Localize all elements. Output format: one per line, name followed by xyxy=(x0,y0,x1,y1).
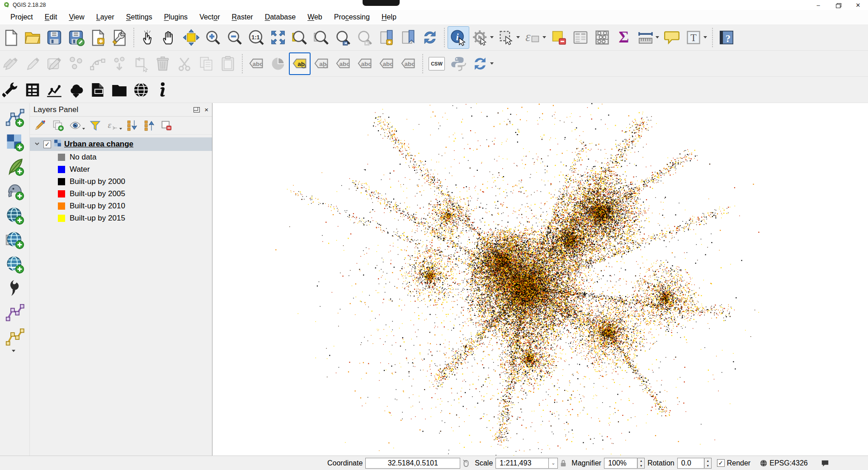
statistics-button[interactable]: Σ xyxy=(613,26,635,49)
add-vector-layer-button[interactable] xyxy=(2,106,28,130)
rotation-spin-arrows-icon[interactable]: ▲▼ xyxy=(704,458,712,469)
deselect-all-button[interactable] xyxy=(548,26,570,49)
save-project-button[interactable] xyxy=(43,26,65,49)
new-virtual-layer-button[interactable] xyxy=(2,301,28,325)
add-wcs-layer-button[interactable] xyxy=(2,228,28,252)
label-change-button[interactable]: abc xyxy=(397,52,419,75)
scale-combo[interactable]: 1:211,493 ⌄ xyxy=(495,458,558,469)
add-wfs-layer-button[interactable] xyxy=(2,252,28,277)
open-project-button[interactable] xyxy=(22,26,43,49)
new-shapefile-layer-dropdown-icon[interactable] xyxy=(12,350,15,352)
panel-float-icon[interactable] xyxy=(193,107,200,113)
layer-checkbox[interactable]: ✓ xyxy=(43,141,51,148)
composer-manager-button[interactable] xyxy=(108,26,130,49)
csw-metasearch-button[interactable]: CSW xyxy=(426,52,448,75)
remove-layer-button[interactable] xyxy=(158,118,175,133)
zoom-in-button[interactable] xyxy=(202,26,224,49)
refresh-map-button[interactable] xyxy=(419,26,441,49)
new-print-composer-button[interactable] xyxy=(87,26,108,49)
messages-icon[interactable] xyxy=(821,459,830,467)
layer-diagram-button[interactable] xyxy=(267,52,289,75)
plugin-folder-button[interactable] xyxy=(108,79,130,101)
render-checkbox[interactable]: ✓ xyxy=(717,459,725,467)
pan-to-selection-button[interactable] xyxy=(180,26,202,49)
close-button[interactable]: ✕ xyxy=(848,0,868,10)
show-bookmarks-button[interactable] xyxy=(397,26,419,49)
minimize-button[interactable]: – xyxy=(808,0,828,10)
mouse-tracking-icon[interactable] xyxy=(462,459,470,467)
plugin-profile-chart-button[interactable] xyxy=(43,79,65,101)
layer-name[interactable]: Urban area change xyxy=(64,140,133,149)
filter-legend-button[interactable] xyxy=(87,118,103,133)
plugin-globe-button[interactable] xyxy=(130,79,152,101)
select-by-expression-button[interactable]: ε xyxy=(522,26,543,49)
magnifier-value[interactable]: 100% xyxy=(604,458,637,469)
select-features-button[interactable] xyxy=(495,26,517,49)
new-shapefile-layer-button[interactable] xyxy=(2,325,28,350)
labeling-options-button[interactable]: ab xyxy=(289,52,311,75)
touch-zoom-button[interactable] xyxy=(137,26,159,49)
open-attribute-table-button[interactable] xyxy=(570,26,591,49)
identify-features-button[interactable]: i xyxy=(448,26,469,49)
expander-icon[interactable] xyxy=(34,140,42,149)
zoom-full-button[interactable] xyxy=(267,26,289,49)
plugin-info-button[interactable] xyxy=(152,79,174,101)
measure-line-button[interactable] xyxy=(635,26,656,49)
rotation-value[interactable]: 0.0 xyxy=(677,458,704,469)
pan-map-button[interactable] xyxy=(159,26,180,49)
label-show-hide-button[interactable]: abc xyxy=(332,52,354,75)
menu-project[interactable]: Project xyxy=(5,11,39,23)
plugin-wrench-button[interactable] xyxy=(0,79,22,101)
add-raster-layer-button[interactable] xyxy=(2,130,28,155)
menu-edit[interactable]: Edit xyxy=(39,11,63,23)
menu-raster[interactable]: Raster xyxy=(226,11,259,23)
add-wms-layer-button[interactable] xyxy=(2,203,28,228)
menu-vector[interactable]: Vector xyxy=(193,11,226,23)
add-spatialite-layer-button[interactable] xyxy=(2,155,28,179)
label-move-button[interactable]: abc xyxy=(376,52,397,75)
epsg-label[interactable]: EPSG:4326 xyxy=(769,459,808,467)
new-bookmark-button[interactable] xyxy=(376,26,397,49)
scale-caret-icon[interactable]: ⌄ xyxy=(549,458,558,469)
save-project-as-button[interactable] xyxy=(65,26,87,49)
zoom-to-selection-button[interactable] xyxy=(289,26,311,49)
menu-view[interactable]: View xyxy=(63,11,90,23)
menu-help[interactable]: Help xyxy=(376,11,402,23)
map-tips-button[interactable] xyxy=(661,26,683,49)
panel-close-icon[interactable]: × xyxy=(204,106,208,113)
zoom-out-button[interactable] xyxy=(224,26,245,49)
new-project-button[interactable] xyxy=(0,26,22,49)
python-console-button[interactable] xyxy=(448,52,469,75)
plugin-export-page-button[interactable] xyxy=(87,79,108,101)
filter-expression-button[interactable]: ε xyxy=(104,118,120,133)
magnifier-spin-arrows-icon[interactable]: ▲▼ xyxy=(637,458,645,469)
collapse-all-button[interactable] xyxy=(141,118,157,133)
menu-database[interactable]: Database xyxy=(259,11,302,23)
magnifier-spinner[interactable]: 100% ▲▼ xyxy=(604,458,645,469)
processing-history-button[interactable] xyxy=(469,52,491,75)
manage-visibility-button[interactable] xyxy=(67,118,83,133)
add-group-button[interactable] xyxy=(50,118,66,133)
plugin-table-button[interactable] xyxy=(22,79,43,101)
restore-button[interactable] xyxy=(828,0,848,10)
add-postgis-layer-button[interactable] xyxy=(2,179,28,203)
rotation-spinner[interactable]: 0.0 ▲▼ xyxy=(677,458,712,469)
crs-globe-icon[interactable] xyxy=(760,459,768,467)
menu-web[interactable]: Web xyxy=(302,11,328,23)
layer-labeling-button[interactable]: abc xyxy=(245,52,267,75)
plugin-cloud-download-button[interactable] xyxy=(65,79,87,101)
menu-layer[interactable]: Layer xyxy=(90,11,120,23)
run-feature-action-button[interactable] xyxy=(469,26,491,49)
menu-processing[interactable]: Processing xyxy=(328,11,376,23)
map-canvas-area[interactable] xyxy=(212,103,868,456)
add-delimited-text-layer-button[interactable] xyxy=(2,277,28,301)
coordinate-input[interactable]: 32.5184,0.5101 xyxy=(365,458,460,469)
layer-row-urban-area-change[interactable]: ✓ Urban area change xyxy=(30,137,212,151)
zoom-last-button[interactable] xyxy=(332,26,354,49)
field-calculator-button[interactable] xyxy=(591,26,613,49)
style-manager-button[interactable] xyxy=(33,118,49,133)
zoom-to-layer-button[interactable] xyxy=(311,26,332,49)
text-annotation-button[interactable]: T xyxy=(683,26,704,49)
zoom-native-button[interactable]: 1:1 xyxy=(245,26,267,49)
help-contents-button[interactable]: ? xyxy=(716,26,737,49)
